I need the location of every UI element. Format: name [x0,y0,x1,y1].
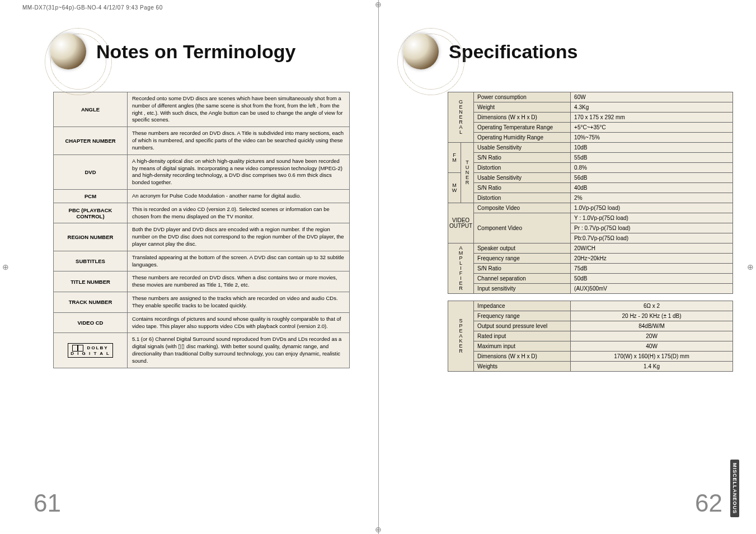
spec-value: 1.0Vp-p(75Ω load) [571,203,733,213]
term-desc: Both the DVD player and DVD discs are en… [128,223,350,251]
spec-key: Rated input [474,331,571,341]
spec-key: Dimensions (W x H x D) [474,352,571,362]
term-desc: An acronym for Pulse Code Modulation - a… [128,189,350,203]
spec-key: Weights [474,362,571,372]
spec-value: 1.4 Kg [571,362,733,372]
spec-value: Pb:0.7Vp-p(75Ω load) [571,233,733,243]
table-row: Operating Temperature Range+5°C~+35°C [448,123,733,133]
spec-value: 20W/CH [571,243,733,254]
term-desc: Translated appearing at the bottom of th… [128,251,350,271]
spec-value: 0.8% [571,163,733,173]
table-row: DOLBYD I G I T A L5.1 (or 6) Channel Dig… [54,333,350,368]
terminology-table: ANGLERecorded onto some DVD discs are sc… [53,92,350,368]
spec-value: 55dB [571,153,733,163]
table-row: PBC (PLAYBACK CONTROL)This is recorded o… [54,203,350,223]
term-desc: 5.1 (or 6) Channel Digital Surround soun… [128,333,350,368]
spec-key: Composite Video [474,203,571,213]
spec-key: Dimensions (W x H x D) [474,113,571,123]
spec-key: Component Video [474,213,571,243]
table-row: Frequency range20 Hz - 20 KHz (± 1 dB) [448,311,733,321]
term-desc: These numbers are recorded on DVD discs.… [128,271,350,292]
spec-key: Usable Sensitivity [474,143,571,153]
title-bar: Specifications [403,34,739,69]
table-row: SUBTITLESTranslated appearing at the bot… [54,251,350,271]
page-number-right: 62 [695,489,722,517]
table-row: PCMAn acronym for Pulse Code Modulation … [54,189,350,203]
table-row: DVDA high-density optical disc on which … [54,154,350,189]
table-row: Operating Humidity Range10%~75% [448,133,733,143]
spec-value: 40W [571,341,733,352]
table-row: GENERALPower consumption60W [448,92,733,102]
spec-table: GENERALPower consumption60WWeight4.3KgDi… [448,92,733,372]
spec-value: (AUX)500mV [571,284,733,294]
table-row: MWUsable Sensitivity56dB [448,173,733,183]
table-row: S/N Ratio55dB [448,153,733,163]
spec-value: 84dB/W/M [571,321,733,331]
term-label: DOLBYD I G I T A L [54,333,128,368]
title-bar: Notes on Terminology [50,34,386,69]
category-cell: AMPLIFIER [448,243,474,294]
term-label: VIDEO CD [54,312,128,333]
spec-key: Frequency range [474,311,571,321]
table-row: S/N Ratio75dB [448,264,733,274]
term-label: ANGLE [54,92,128,127]
term-label: PCM [54,189,128,203]
table-row: Input sensitivity(AUX)500mV [448,284,733,294]
spec-key: Operating Temperature Range [474,123,571,133]
table-row: Weight4.3Kg [448,102,733,113]
term-label: TRACK NUMBER [54,292,128,313]
registration-mark-right: ⊕ [747,263,754,271]
spec-key: S/N Ratio [474,183,571,193]
table-row: AMPLIFIERSpeaker output20W/CH [448,243,733,254]
subcategory-cell: FM [448,143,461,173]
subcategory-cell: MW [448,173,461,203]
header-job-line: MM-DX7(31p~64p)-GB-NO-4 4/12/07 9:43 Pag… [22,4,163,11]
table-row: Rated input20W [448,331,733,341]
table-row: Distortion2% [448,193,733,203]
category-cell: SPEAKER [448,301,474,372]
term-desc: Contains recordings of pictures and soun… [128,312,350,333]
term-desc: These numbers are recorded on DVD discs.… [128,127,350,154]
spec-value: 20W [571,331,733,341]
spec-key: Operating Humidity Range [474,133,571,143]
spec-value: 2% [571,193,733,203]
spec-value: 170 x 175 x 292 mm [571,113,733,123]
table-row: ANGLERecorded onto some DVD discs are sc… [54,92,350,127]
spec-value: 6Ω x 2 [571,301,733,311]
spec-value: 60W [571,92,733,102]
spec-value: 10dB [571,143,733,153]
spec-key: Distortion [474,193,571,203]
spec-key: Weight [474,102,571,113]
spec-key: Input sensitivity [474,284,571,294]
spec-value: Pr : 0.7Vp-p(75Ω load) [571,223,733,233]
category-cell: GENERAL [448,92,474,143]
right-page: Specifications GENERALPower consumption6… [403,34,739,372]
spec-value: 40dB [571,183,733,193]
spec-value: 10%~75% [571,133,733,143]
table-row: FMTUNERUsable Sensitivity10dB [448,143,733,153]
table-row: S/N Ratio40dB [448,183,733,193]
table-row: Distortion0.8% [448,163,733,173]
table-row: Maximum input40W [448,341,733,352]
table-row: VIDEOOUTPUTComposite Video1.0Vp-p(75Ω lo… [448,203,733,213]
table-row: VIDEO CDContains recordings of pictures … [54,312,350,333]
table-row: Channel separation50dB [448,274,733,284]
term-label: SUBTITLES [54,251,128,271]
term-label: CHAPTER NUMBER [54,127,128,154]
spacer-row [448,294,733,301]
page-title: Specifications [449,41,578,63]
spec-key: Distortion [474,163,571,173]
spec-value: 50dB [571,274,733,284]
spec-key: Frequency range [474,254,571,264]
spec-key: Maximum input [474,341,571,352]
registration-mark-left: ⊕ [2,263,9,271]
table-row: Output sound pressure level84dB/W/M [448,321,733,331]
table-row: Frequency range20Hz~20kHz [448,254,733,264]
table-row: REGION NUMBERBoth the DVD player and DVD… [54,223,350,251]
spec-key: Impedance [474,301,571,311]
spec-key: S/N Ratio [474,264,571,274]
table-row: CHAPTER NUMBERThese numbers are recorded… [54,127,350,154]
term-label: REGION NUMBER [54,223,128,251]
term-desc: Recorded onto some DVD discs are scenes … [128,92,350,127]
section-tab: MISCELLANEOUS [730,460,739,517]
